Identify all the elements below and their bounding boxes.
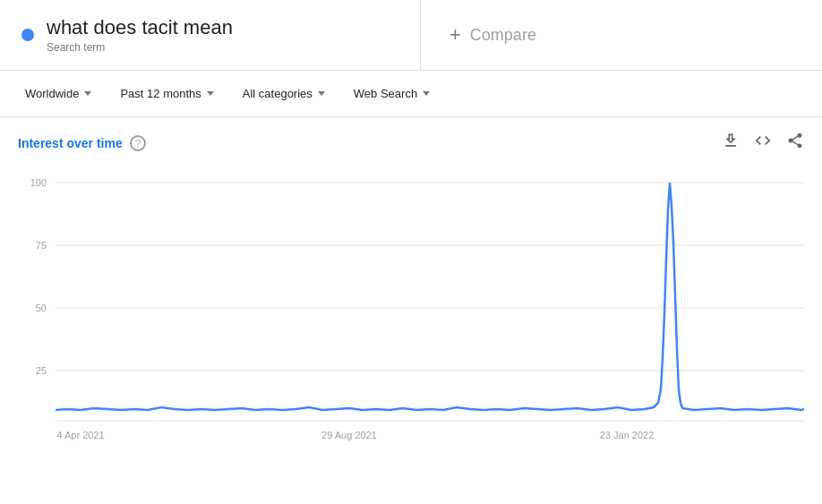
svg-text:50: 50 [36, 303, 47, 313]
chart-container: 100 75 50 25 4 Apr 2021 29 Aug 2021 23 J… [18, 161, 804, 448]
svg-text:25: 25 [36, 365, 47, 376]
svg-text:29 Aug 2021: 29 Aug 2021 [321, 430, 377, 440]
svg-text:100: 100 [30, 177, 47, 188]
top-bar: what does tacit mean Search term + Compa… [0, 0, 822, 71]
share-icon[interactable] [786, 132, 804, 154]
filter-past12months-label: Past 12 months [120, 87, 201, 100]
chart-title: Interest over time [18, 136, 123, 150]
search-term-dot [21, 29, 34, 41]
chart-svg: 100 75 50 25 4 Apr 2021 29 Aug 2021 23 J… [18, 161, 804, 448]
embed-icon[interactable] [754, 132, 772, 154]
filter-worldwide[interactable]: Worldwide [14, 80, 102, 107]
filter-allcategories-label: All categories [243, 87, 313, 100]
chevron-down-icon [84, 91, 91, 96]
svg-text:75: 75 [36, 240, 47, 251]
search-term-label: Search term [47, 41, 233, 54]
compare-plus-icon: + [450, 23, 461, 47]
filter-allcategories[interactable]: All categories [232, 80, 336, 107]
help-icon-label: ? [135, 138, 141, 149]
chart-section: Interest over time ? 100 75 50 [0, 117, 822, 455]
chart-actions [722, 132, 804, 154]
search-term-section: what does tacit mean Search term [0, 0, 421, 70]
search-term-title: what does tacit mean [47, 16, 233, 39]
svg-text:23 Jan 2022: 23 Jan 2022 [600, 430, 655, 440]
filter-past12months[interactable]: Past 12 months [109, 80, 224, 107]
filter-worldwide-label: Worldwide [25, 87, 79, 100]
chevron-down-icon [318, 91, 325, 96]
compare-label: Compare [470, 26, 536, 45]
chart-header: Interest over time ? [18, 132, 804, 154]
compare-section[interactable]: + Compare [421, 0, 822, 70]
chart-title-area: Interest over time ? [18, 135, 146, 151]
chevron-down-icon [423, 91, 430, 96]
chevron-down-icon [207, 91, 214, 96]
filter-websearch-label: Web Search [354, 87, 417, 100]
help-icon[interactable]: ? [130, 135, 146, 151]
download-icon[interactable] [722, 132, 740, 154]
svg-text:4 Apr 2021: 4 Apr 2021 [56, 430, 104, 440]
filter-websearch[interactable]: Web Search [343, 80, 441, 107]
filter-bar: Worldwide Past 12 months All categories … [0, 71, 822, 117]
search-term-text: what does tacit mean Search term [47, 16, 233, 54]
